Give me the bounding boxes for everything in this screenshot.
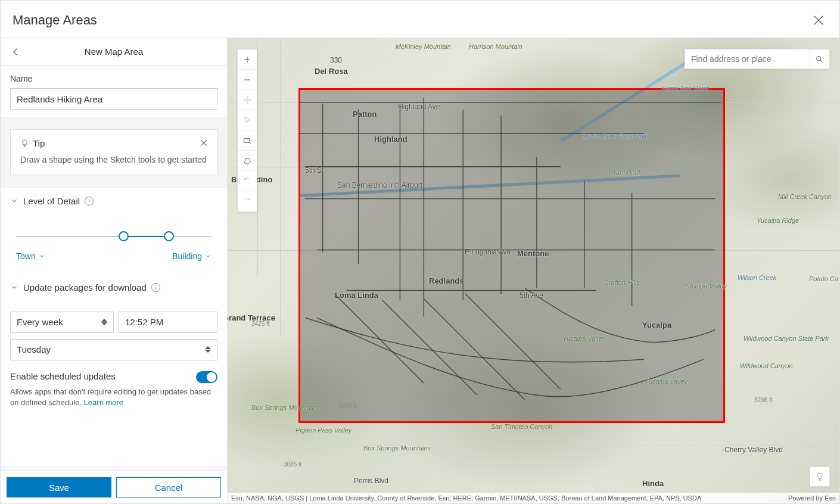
map-search [685, 49, 830, 69]
scheduled-updates-toggle[interactable] [196, 371, 217, 383]
spinner-icon [205, 340, 212, 360]
select-tool[interactable] [238, 110, 257, 130]
save-button[interactable]: Save [7, 477, 111, 497]
schedule-row1: Every week 12:52 PM [1, 312, 227, 339]
polygon-sketch-tool[interactable] [238, 151, 257, 171]
frequency-select[interactable]: Every week [10, 312, 114, 333]
lod-header[interactable]: Level of Detail i [1, 188, 227, 212]
zoom-in-button[interactable] [238, 49, 257, 70]
schedule-header[interactable]: Update packages for download i [1, 274, 227, 298]
learn-more-link[interactable]: Learn more [84, 398, 123, 407]
rectangle-sketch-tool[interactable] [238, 130, 257, 151]
attribution-powered: Powered by Esri [788, 494, 836, 502]
lightbulb-icon [20, 139, 29, 148]
name-label: Name [10, 74, 217, 83]
tip-head: Tip [20, 138, 207, 148]
schedule-title: Update packages for download [23, 282, 147, 293]
spinner-icon [101, 312, 108, 332]
time-select[interactable]: 12:52 PM [119, 312, 217, 333]
body: New Map Area Name Tip Draw a shape using… [1, 38, 839, 503]
toggle-row: Enable scheduled updates [1, 369, 227, 385]
chevron-down-icon [204, 253, 211, 260]
undo-button[interactable] [238, 171, 257, 191]
panel-content: Name Tip Draw a shape using the Sketch t… [1, 66, 227, 466]
cancel-button[interactable]: Cancel [116, 477, 221, 497]
map-toolbar [237, 49, 257, 212]
road-network [228, 38, 839, 503]
toggle-label: Enable scheduled updates [10, 371, 116, 381]
info-icon[interactable]: i [85, 197, 94, 206]
hint-button[interactable] [810, 466, 830, 487]
chevron-down-icon [10, 283, 18, 291]
search-button[interactable] [809, 49, 829, 69]
pan-tool[interactable] [238, 90, 257, 110]
tip-section: Tip Draw a shape using the Sketch tools … [1, 117, 227, 188]
panel-title: New Map Area [10, 46, 217, 57]
window-title: Manage Areas [13, 13, 97, 28]
map-attribution: Esri, NASA, NGA, USGS | Loma Linda Unive… [228, 493, 839, 503]
tip-body: Draw a shape using the Sketch tools to g… [20, 154, 207, 166]
toggle-description: Allows apps that don't require editing t… [1, 385, 227, 419]
footer: Save Cancel [1, 471, 227, 503]
chevron-down-icon [38, 253, 45, 260]
map-canvas[interactable]: McKinley MountainHarrison MountainDel Ro… [228, 38, 839, 503]
lod-body: Town Building [1, 212, 227, 274]
manage-areas-window: Manage Areas New Map Area Name Tip [0, 0, 840, 504]
lightbulb-icon [815, 472, 825, 481]
lod-title: Level of Detail [23, 196, 80, 206]
lod-max-dropdown[interactable]: Building [172, 251, 211, 261]
svg-rect-0 [244, 138, 250, 142]
tip-heading: Tip [33, 138, 45, 148]
info-icon[interactable]: i [151, 283, 160, 292]
search-icon [815, 55, 824, 64]
sidebar: New Map Area Name Tip Draw a shape using… [1, 38, 228, 503]
attribution-sources: Esri, NASA, NGA, USGS | Loma Linda Unive… [231, 494, 701, 502]
lod-slider[interactable]: Town Building [10, 212, 217, 267]
chevron-down-icon [10, 197, 18, 205]
back-icon[interactable] [10, 46, 21, 57]
slider-handle-max[interactable] [164, 231, 174, 241]
search-input[interactable] [685, 54, 809, 64]
tip-close-icon[interactable] [199, 138, 209, 148]
close-icon[interactable] [812, 14, 825, 27]
day-select[interactable]: Tuesday [10, 339, 217, 360]
tip-card: Tip Draw a shape using the Sketch tools … [10, 129, 217, 175]
redo-button[interactable] [238, 191, 257, 211]
svg-point-1 [817, 56, 822, 61]
lod-min-dropdown[interactable]: Town [16, 251, 45, 261]
panel-header: New Map Area [1, 38, 227, 66]
name-section: Name [1, 66, 227, 117]
zoom-out-button[interactable] [238, 70, 257, 90]
titlebar: Manage Areas [1, 1, 839, 38]
name-input[interactable] [10, 88, 217, 110]
slider-handle-min[interactable] [119, 231, 129, 241]
